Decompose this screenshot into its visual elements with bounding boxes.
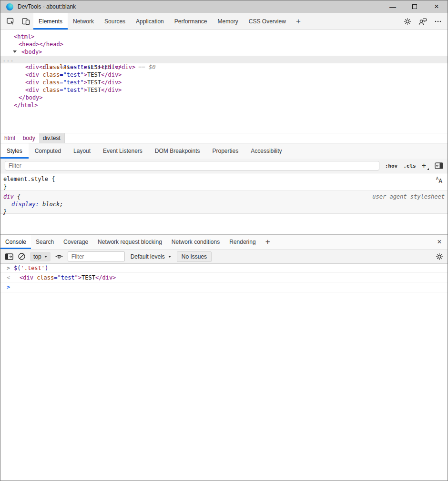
tab-label: Elements — [39, 18, 62, 25]
css-property-value: block; — [42, 201, 63, 208]
tab-memory[interactable]: Memory — [213, 13, 244, 30]
tree-row-div[interactable]: <div class="test">TEST</div> — [0, 86, 448, 94]
tab-network[interactable]: Network — [68, 13, 99, 30]
breadcrumb-label: div.test — [43, 135, 61, 141]
device-toolbar-button[interactable] — [18, 13, 33, 30]
tab-computed[interactable]: Computed — [29, 143, 67, 159]
tab-application[interactable]: Application — [131, 13, 169, 30]
tree-row-div-selected[interactable]: ...<div class="test">TEST</div>== $0 — [0, 56, 448, 63]
toggle-element-classes-button[interactable]: .cls — [403, 163, 416, 169]
block-icon — [18, 252, 26, 261]
elements-tree: <html> <head></head> <body> ...<div clas… — [0, 30, 448, 133]
tab-layout[interactable]: Layout — [67, 143, 97, 159]
tree-row-html-close[interactable]: </html> — [0, 101, 448, 109]
minimize-button[interactable]: — — [382, 0, 404, 13]
tab-label: Memory — [218, 18, 238, 25]
issues-counter[interactable]: No Issues — [177, 251, 212, 262]
toggle-pseudo-state-button[interactable]: :hov — [385, 163, 398, 169]
plus-icon: + — [265, 237, 270, 247]
div-gt: > — [84, 87, 87, 93]
close-drawer-button[interactable]: × — [431, 235, 448, 249]
maximize-button[interactable] — [404, 0, 426, 13]
tree-row-div[interactable]: <div class="test">TEST</div> — [0, 79, 448, 86]
console-command-echo[interactable]: >$('.test') — [0, 264, 448, 273]
close-icon: × — [437, 238, 441, 246]
log-levels-selector[interactable]: Default levels — [131, 253, 171, 260]
devtools-toolbar: Elements Network Sources Application Per… — [0, 13, 448, 30]
div-text: TEST — [87, 64, 101, 70]
panel-left-icon — [5, 253, 13, 260]
tab-event-listeners[interactable]: Event Listeners — [97, 143, 149, 159]
caret-down-icon — [168, 256, 171, 258]
echo-code: $( — [14, 265, 20, 271]
tree-row-body-close[interactable]: </body> — [0, 94, 448, 101]
echo-code: ) — [45, 265, 48, 271]
tab-network-conditions[interactable]: Network conditions — [167, 235, 224, 249]
tree-row-div[interactable]: <div class="test">TEST</div> — [0, 63, 448, 71]
div-open-tag: <div — [25, 64, 39, 70]
font-size-icon[interactable]: AA — [436, 177, 442, 184]
feedback-button[interactable] — [415, 13, 430, 30]
tab-search[interactable]: Search — [31, 235, 59, 249]
window-title: DevTools - about:blank — [18, 3, 76, 10]
close-button[interactable]: × — [426, 0, 448, 13]
tab-coverage[interactable]: Coverage — [59, 235, 93, 249]
console-input[interactable]: > — [0, 282, 448, 292]
tab-accessibility[interactable]: Accessibility — [244, 143, 288, 159]
kebab-menu-icon — [434, 18, 442, 25]
clear-console-button[interactable] — [18, 252, 26, 261]
console-settings-button[interactable] — [436, 253, 443, 261]
tab-rendering[interactable]: Rendering — [224, 235, 260, 249]
tab-performance[interactable]: Performance — [169, 13, 213, 30]
tree-row-div[interactable]: <div class="test">TEST</div> — [0, 71, 448, 79]
tree-row-head[interactable]: <head></head> — [0, 40, 448, 48]
div-open-tag: <div — [25, 79, 39, 86]
tab-css-overview[interactable]: CSS Overview — [244, 13, 291, 30]
user-agent-rule[interactable]: div { display: block; } user agent style… — [0, 191, 448, 214]
execution-context-selector[interactable]: top — [30, 252, 51, 261]
breadcrumb-html[interactable]: html — [0, 133, 19, 143]
element-style-rule[interactable]: element.style { } AA — [0, 173, 448, 191]
tab-elements[interactable]: Elements — [33, 13, 68, 30]
console-sidebar-button[interactable] — [5, 253, 13, 260]
live-expression-button[interactable] — [55, 253, 63, 260]
tab-sources[interactable]: Sources — [99, 13, 131, 30]
tab-console[interactable]: Console — [0, 235, 31, 249]
echo-string: '.test' — [20, 265, 45, 271]
more-tabs-button[interactable]: + — [291, 13, 305, 30]
div-attr-value: ="test" — [54, 274, 78, 281]
console-filter-input[interactable] — [68, 251, 125, 261]
window-controls: — × — [382, 0, 448, 13]
breadcrumb-body[interactable]: body — [19, 133, 39, 143]
minimize-icon: — — [389, 3, 396, 10]
node-menu-icon[interactable]: ... — [2, 56, 14, 63]
more-drawer-tabs-button[interactable]: + — [261, 235, 275, 249]
breadcrumb-div-test[interactable]: div.test — [39, 133, 65, 143]
more-options-button[interactable] — [430, 13, 446, 30]
tree-row-html-open[interactable]: <html> — [0, 33, 448, 40]
styles-pane-empty-space — [0, 214, 448, 234]
new-style-rule-button[interactable]: + — [422, 162, 429, 169]
sidebar-pane-tabs: Styles Computed Layout Event Listeners D… — [0, 143, 448, 159]
tab-label: Network conditions — [172, 239, 220, 245]
expand-arrow-icon[interactable] — [13, 50, 17, 53]
settings-button[interactable] — [400, 13, 415, 30]
titlebar: DevTools - about:blank — × — [0, 0, 448, 13]
console-prompt-icon: > — [7, 282, 10, 292]
tab-label: Coverage — [63, 239, 88, 245]
html-open-tag: <html> — [14, 33, 34, 40]
div-attr-name: class — [39, 64, 60, 70]
console-command-result[interactable]: <<div class="test">TEST</div> — [0, 273, 448, 282]
toggle-computed-sidebar-button[interactable] — [435, 162, 443, 169]
div-attr-value: ="test" — [60, 87, 84, 93]
inspect-element-button[interactable] — [3, 13, 18, 30]
tab-properties[interactable]: Properties — [206, 143, 245, 159]
styles-filter-input[interactable] — [5, 161, 379, 170]
tab-label: Rendering — [229, 239, 255, 245]
tab-styles[interactable]: Styles — [0, 143, 29, 159]
tab-network-request-blocking[interactable]: Network request blocking — [93, 235, 167, 249]
tree-row-body-open[interactable]: <body> — [0, 48, 448, 56]
div-open-tag: <div — [20, 274, 33, 281]
maximize-icon — [412, 4, 417, 9]
tab-dom-breakpoints[interactable]: DOM Breakpoints — [149, 143, 206, 159]
